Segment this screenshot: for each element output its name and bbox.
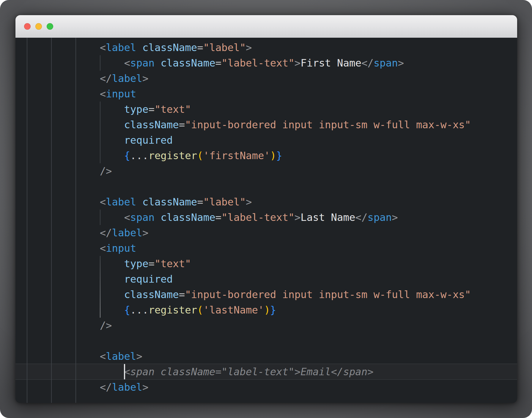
token-str: "text" xyxy=(155,258,191,270)
token-ws xyxy=(27,381,100,393)
code-line: <label> xyxy=(27,349,517,364)
code-lines: <label className="label"> <span classNam… xyxy=(15,40,517,395)
token-ws xyxy=(136,196,142,208)
token-tag: label xyxy=(112,72,142,84)
token-tag: label xyxy=(106,42,136,53)
code-line: <span className="label-text">Email</span… xyxy=(27,364,517,379)
token-ws xyxy=(27,165,100,177)
code-line: className="input-bordered input input-sm… xyxy=(27,287,517,302)
token-str: "text" xyxy=(155,103,191,115)
code-line: required xyxy=(27,132,517,148)
token-brace: { xyxy=(124,150,130,162)
token-ws xyxy=(27,57,124,69)
token-punct: > xyxy=(142,227,148,239)
code-line: {...register('firstName')} xyxy=(27,148,517,163)
token-eq: = xyxy=(148,258,154,270)
token-punct: < xyxy=(100,196,106,208)
code-line: type="text" xyxy=(27,102,517,117)
token-ws xyxy=(27,258,124,270)
token-eq: = xyxy=(197,42,203,53)
token-punct: < xyxy=(100,350,106,362)
token-spread: ... xyxy=(130,304,148,316)
token-ws xyxy=(27,350,100,362)
token-ws xyxy=(27,72,100,84)
token-str: "label-text" xyxy=(221,211,295,223)
zoom-button[interactable] xyxy=(47,23,53,30)
token-text: Last Name xyxy=(300,211,355,223)
code-line: <label className="label"> xyxy=(27,40,517,55)
token-punct: < xyxy=(100,88,106,100)
token-tag: span xyxy=(130,57,155,69)
token-punct: /> xyxy=(100,319,112,331)
token-paren: ( xyxy=(197,304,203,316)
code-line xyxy=(27,179,517,194)
token-eq: = xyxy=(215,211,221,223)
token-brace: } xyxy=(270,304,276,316)
token-attr: className xyxy=(160,57,215,69)
token-ws xyxy=(27,42,100,53)
token-punct: > xyxy=(246,42,252,53)
token-ws xyxy=(27,196,100,208)
code-line: /> xyxy=(27,318,517,333)
token-str: "label-text" xyxy=(221,57,295,69)
token-paren: ( xyxy=(197,150,203,162)
token-tag: label xyxy=(112,381,142,393)
token-func: register xyxy=(148,304,197,316)
token-punct: </ xyxy=(355,211,367,223)
token-str: 'lastName' xyxy=(203,304,264,316)
token-tag: input xyxy=(106,88,136,100)
token-punct: > xyxy=(392,211,398,223)
titlebar[interactable] xyxy=(15,15,517,38)
token-attr: type xyxy=(124,258,149,270)
code-line: <input xyxy=(27,86,517,102)
token-paren: ) xyxy=(270,150,276,162)
token-str: "label" xyxy=(203,196,246,208)
token-spread: ... xyxy=(130,150,148,162)
token-attr: className xyxy=(142,196,197,208)
token-ws xyxy=(27,366,124,378)
token-punct: > xyxy=(136,350,142,362)
token-eq: = xyxy=(148,103,154,115)
token-brace: { xyxy=(124,304,130,316)
token-tag: input xyxy=(106,242,136,254)
code-line: <input xyxy=(27,240,517,256)
editor-window: <label className="label"> <span classNam… xyxy=(15,15,517,403)
token-ws xyxy=(27,103,124,115)
code-line: <label className="label"> xyxy=(27,194,517,210)
token-ws xyxy=(136,42,142,53)
token-punct: </ xyxy=(100,381,112,393)
token-ws xyxy=(27,289,124,300)
code-editor[interactable]: <label className="label"> <span classNam… xyxy=(15,38,517,403)
token-str: "input-bordered input input-sm w-full ma… xyxy=(185,119,471,131)
token-eq: = xyxy=(197,196,203,208)
token-punct: </ xyxy=(100,72,112,84)
token-eq: = xyxy=(179,289,185,300)
token-str: "input-bordered input input-sm w-full ma… xyxy=(185,289,471,300)
token-punct: > xyxy=(142,72,148,84)
token-attr: required xyxy=(124,273,173,285)
token-punct: </ xyxy=(100,227,112,239)
backdrop: <label className="label"> <span classNam… xyxy=(0,0,532,418)
token-ws xyxy=(27,227,100,239)
token-ws xyxy=(27,88,100,100)
token-punct: > xyxy=(246,196,252,208)
token-ghost: <span className="label-text">Email</span… xyxy=(124,366,374,378)
token-tag: span xyxy=(130,211,155,223)
token-punct: > xyxy=(142,381,148,393)
token-eq: = xyxy=(215,57,221,69)
token-ws xyxy=(27,242,100,254)
token-attr: className xyxy=(124,289,179,300)
code-line: <span className="label-text">Last Name</… xyxy=(27,210,517,225)
token-ws xyxy=(155,57,160,69)
token-paren: ) xyxy=(264,304,270,316)
token-ws xyxy=(27,211,124,223)
close-button[interactable] xyxy=(24,23,31,30)
token-func: register xyxy=(148,150,197,162)
token-str: 'firstName' xyxy=(203,150,270,162)
token-tag: span xyxy=(367,211,392,223)
token-ws xyxy=(27,273,124,285)
token-brace: } xyxy=(276,150,282,162)
token-punct: < xyxy=(124,57,130,69)
token-attr: className xyxy=(124,119,179,131)
minimize-button[interactable] xyxy=(35,23,42,30)
